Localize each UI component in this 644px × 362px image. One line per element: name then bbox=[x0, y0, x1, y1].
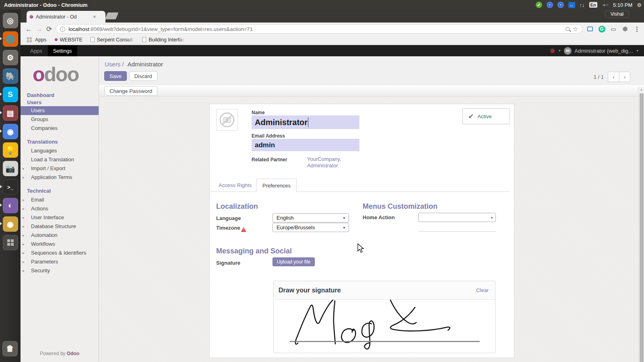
chromium-icon[interactable]: ◉ bbox=[3, 124, 18, 139]
related-partner-link[interactable]: YourCompany,Administrator bbox=[307, 156, 341, 169]
sidebar-item-workflows[interactable]: ▸Workflows bbox=[21, 240, 99, 249]
upload-file-button[interactable]: Upload your file bbox=[272, 257, 315, 266]
sidebar-item-actions[interactable]: ▸Actions bbox=[21, 204, 99, 213]
sidebar-item-user-interface[interactable]: ▸User Interface bbox=[21, 213, 99, 222]
breadcrumb-users-link[interactable]: Users / bbox=[105, 61, 124, 68]
sidebar-section-users[interactable]: Users bbox=[21, 99, 99, 106]
nav-apps[interactable]: Apps bbox=[30, 48, 42, 54]
tab-preferences[interactable]: Preferences bbox=[256, 179, 297, 192]
sidebar-item-parameters[interactable]: ▸Parameters bbox=[21, 257, 99, 266]
expand-arrow-icon[interactable]: ▸ bbox=[23, 215, 25, 220]
clock[interactable]: 5:10 PM bbox=[613, 2, 632, 8]
email-input[interactable]: admin bbox=[252, 139, 359, 151]
browser-menu-icon[interactable] bbox=[633, 25, 641, 33]
user-avatar[interactable] bbox=[564, 47, 572, 55]
odoo-brand-link[interactable]: Odoo bbox=[67, 351, 79, 356]
sidebar-item-load-translation[interactable]: Load a Translation bbox=[21, 155, 99, 164]
debug-caret-icon[interactable]: ▾ bbox=[559, 49, 561, 53]
user-image-placeholder[interactable] bbox=[216, 109, 238, 131]
sidebar-item-dashboard[interactable]: Dashboard bbox=[21, 92, 99, 99]
timezone-select[interactable]: Europe/Brussels▼ bbox=[272, 223, 349, 232]
name-input[interactable]: Administrator bbox=[252, 115, 359, 129]
debug-bug-icon[interactable]: 🐞 bbox=[549, 48, 555, 53]
sidebar-item-database-structure[interactable]: ▸Database Structure bbox=[21, 222, 99, 231]
expand-arrow-icon[interactable]: ▸ bbox=[23, 241, 25, 247]
signature-canvas[interactable] bbox=[274, 300, 495, 353]
expand-arrow-icon[interactable]: ▸ bbox=[23, 259, 25, 265]
keyboard-layout-indicator[interactable]: En bbox=[589, 2, 597, 8]
cube-extension-icon[interactable]: ⬢ bbox=[621, 25, 629, 33]
archive-manager-icon[interactable]: ▤ bbox=[3, 105, 18, 121]
expand-arrow-icon[interactable]: ▸ bbox=[23, 250, 25, 256]
sidebar-item-companies[interactable]: Companies bbox=[21, 124, 99, 133]
chrome-icon[interactable]: ◉ bbox=[3, 216, 18, 232]
expand-arrow-icon[interactable]: ▸ bbox=[23, 224, 25, 229]
firefox-icon[interactable]: 🌐 bbox=[3, 31, 18, 47]
page-info-icon[interactable]: i bbox=[60, 27, 65, 32]
grammarly-extension-icon[interactable]: G bbox=[598, 25, 606, 33]
sidebar-item-application-terms[interactable]: ▸Application Terms bbox=[21, 173, 99, 182]
home-action-select[interactable]: ▾ bbox=[418, 213, 496, 222]
bookmark-star-icon[interactable]: ☆ bbox=[573, 25, 578, 33]
sidebar-item-email[interactable]: ▸Email bbox=[21, 195, 99, 204]
terminal-icon[interactable]: >_ bbox=[3, 179, 18, 195]
discard-button[interactable]: Discard bbox=[129, 71, 157, 81]
expand-arrow-icon[interactable]: ▸ bbox=[23, 232, 25, 238]
user-menu-caret-icon[interactable]: ▾ bbox=[636, 49, 638, 53]
sidebar-item-languages[interactable]: Languages bbox=[21, 146, 99, 155]
sidebar-item-security[interactable]: ▸Security bbox=[21, 266, 99, 275]
forward-button[interactable]: → bbox=[36, 26, 43, 33]
ubuntu-dash-icon[interactable]: ◎ bbox=[3, 13, 18, 28]
expand-arrow-icon[interactable]: ▸ bbox=[23, 268, 25, 274]
teamviewer-icon[interactable]: ↔ bbox=[568, 2, 575, 8]
chromium-tray-icon-2[interactable] bbox=[557, 2, 564, 8]
url-text[interactable]: localhost:8069/web?debug#id=1&view_type=… bbox=[68, 26, 562, 32]
scrollbar-thumb[interactable] bbox=[640, 93, 644, 362]
bookmark-serpent-consulting[interactable]: Serpent Consulti bbox=[91, 37, 134, 43]
sidebar-item-sequences-identifiers[interactable]: ▸Sequences & Identifiers bbox=[21, 249, 99, 257]
postgresql-icon[interactable]: 🐘 bbox=[3, 68, 18, 84]
zoom-page-icon[interactable] bbox=[566, 27, 570, 31]
tab-access-rights[interactable]: Access Rights bbox=[213, 179, 257, 192]
google-keep-icon[interactable]: 💡 bbox=[3, 142, 18, 158]
chromium-tray-icon[interactable] bbox=[547, 2, 553, 8]
skype-status-icon[interactable]: ✔ bbox=[536, 2, 542, 8]
language-select[interactable]: English▼ bbox=[272, 213, 349, 222]
save-button[interactable]: Save bbox=[104, 71, 127, 81]
pager-previous-button[interactable]: ‹ bbox=[608, 72, 619, 82]
page-scrollbar[interactable]: ▲ bbox=[638, 87, 644, 362]
expand-arrow-icon[interactable]: ▸ bbox=[23, 175, 25, 180]
expand-arrow-icon[interactable]: ▸ bbox=[23, 197, 25, 203]
sidebar-item-groups[interactable]: Groups bbox=[21, 115, 99, 124]
clear-signature-link[interactable]: Clear bbox=[476, 287, 489, 293]
skype-icon[interactable]: S bbox=[3, 87, 18, 102]
screen-capture-extension-icon[interactable] bbox=[586, 25, 594, 33]
back-button[interactable]: ← bbox=[25, 26, 32, 33]
bookmark-website[interactable]: WEBSITE bbox=[55, 37, 83, 43]
reload-button[interactable]: ⟳ bbox=[46, 26, 52, 33]
scroll-up-arrow-icon[interactable]: ▲ bbox=[640, 88, 643, 91]
network-indicator-icon[interactable]: ↑↓ bbox=[580, 2, 585, 8]
sidebar-item-automation[interactable]: ▸Automation bbox=[21, 231, 99, 240]
workspace-switcher-icon[interactable] bbox=[3, 235, 18, 250]
session-gear-icon[interactable]: ⚙ bbox=[637, 2, 642, 8]
trash-icon[interactable]: 🗑 bbox=[2, 341, 18, 356]
sidebar-item-users[interactable]: Users bbox=[21, 106, 99, 115]
sidebar-item-import-export[interactable]: ▸Import / Export bbox=[21, 164, 99, 173]
eclipse-icon[interactable]: ◐ bbox=[3, 198, 18, 213]
volume-muted-icon[interactable]: ◄× bbox=[602, 2, 609, 7]
camera-app-icon[interactable]: 📷 bbox=[3, 161, 18, 176]
address-bar[interactable]: i localhost:8069/web?debug#id=1&view_typ… bbox=[56, 24, 582, 34]
tab-close-icon[interactable]: × bbox=[93, 14, 96, 20]
pager-next-button[interactable]: › bbox=[619, 72, 630, 82]
cast-extension-icon[interactable]: ▭ bbox=[609, 25, 617, 33]
system-settings-icon[interactable]: ⚙ bbox=[3, 50, 18, 65]
bookmark-apps[interactable]: Apps bbox=[26, 37, 47, 43]
browser-tab[interactable]: Administrator - Od × bbox=[27, 11, 105, 23]
new-tab-button[interactable] bbox=[105, 12, 119, 19]
user-menu[interactable]: Administrator (web_dig… bbox=[575, 48, 634, 54]
expand-arrow-icon[interactable]: ▸ bbox=[23, 166, 25, 171]
bookmark-building-interface[interactable]: Building Interfac bbox=[142, 37, 185, 43]
change-password-button[interactable]: Change Password bbox=[104, 86, 157, 96]
expand-arrow-icon[interactable]: ▸ bbox=[23, 206, 25, 212]
